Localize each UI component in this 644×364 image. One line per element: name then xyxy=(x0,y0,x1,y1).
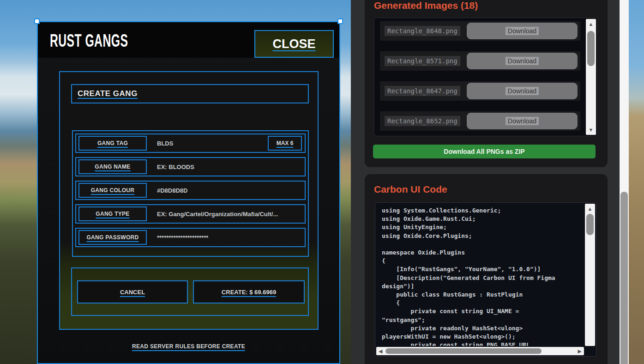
download-all-zip-label: Download All PNGs as ZIP xyxy=(444,148,524,155)
cancel-button[interactable]: CANCEL xyxy=(77,280,188,303)
download-button-label: Download xyxy=(506,87,539,95)
gang-name-value: EX: BLOODS xyxy=(157,164,194,170)
server-rules-note[interactable]: READ SERVER RULES BEFORE CREATE xyxy=(38,342,339,350)
code-vertical-scrollbar[interactable]: ▲ xyxy=(585,204,595,346)
download-button[interactable]: Download xyxy=(467,53,578,69)
rust-gangs-modal: RUST GANGS CLOSE CREATE GANG GANG TAG BL… xyxy=(37,21,340,364)
generated-images-card: Generated Images (18) Rectangle_8648.png… xyxy=(365,0,608,167)
image-filename: Rectangle_8647.png xyxy=(385,86,460,96)
download-button-label: Download xyxy=(506,57,539,65)
image-row: Rectangle_8648.png Download xyxy=(380,21,580,41)
scroll-right-icon[interactable]: ▶ xyxy=(578,347,582,355)
scroll-left-icon[interactable]: ◀ xyxy=(379,347,382,355)
create-gang-panel: CREATE GANG GANG TAG BLDS MAX 6 GANG NAM… xyxy=(59,71,319,330)
scrollbar-thumb[interactable] xyxy=(587,31,595,66)
scroll-up-icon[interactable]: ▲ xyxy=(586,21,596,27)
max-length-badge: MAX 6 xyxy=(268,136,302,151)
gang-type-label: GANG TYPE xyxy=(96,211,129,217)
gang-type-value: EX: Gang/Cartel/Organization/Mafia/Cult/… xyxy=(157,211,278,218)
image-list: Rectangle_8648.png Download Rectangle_85… xyxy=(374,18,597,136)
modal-header: RUST GANGS CLOSE xyxy=(38,22,339,58)
page-scrollbar[interactable] xyxy=(620,0,629,364)
gang-type-label-box: GANG TYPE xyxy=(78,206,147,221)
server-rules-note-label: READ SERVER RULES BEFORE CREATE xyxy=(132,343,245,350)
gang-password-label-box: GANG PASSWORD xyxy=(78,230,147,245)
gang-tag-field[interactable]: GANG TAG BLDS MAX 6 xyxy=(75,133,306,153)
modal-title: RUST GANGS xyxy=(50,30,128,51)
carbon-ui-code-heading: Carbon UI Code xyxy=(374,184,447,195)
close-button-label: CLOSE xyxy=(272,37,315,51)
gang-colour-label: GANG COLOUR xyxy=(91,187,135,194)
app-panel: Generated Images (18) Rectangle_8648.png… xyxy=(351,0,620,364)
gang-password-field[interactable]: GANG PASSWORD ********************** xyxy=(75,228,306,247)
download-button-label: Download xyxy=(506,27,539,35)
panel-title-box: CREATE GANG xyxy=(71,84,309,103)
page: RUST GANGS CLOSE CREATE GANG GANG TAG BL… xyxy=(0,0,644,364)
dialog-buttons-group: CANCEL CREATE: $ 69.6969 xyxy=(71,267,309,316)
download-all-zip-button[interactable]: Download All PNGs as ZIP xyxy=(373,145,596,158)
image-row: Rectangle_8571.png Download xyxy=(380,51,580,71)
code-content[interactable]: using System.Collections.Generic; using … xyxy=(382,206,582,346)
image-filename: Rectangle_8652.png xyxy=(385,116,460,126)
download-button[interactable]: Download xyxy=(467,113,578,129)
code-horizontal-scrollbar[interactable]: ◀ ▶ xyxy=(376,347,584,355)
download-button-label: Download xyxy=(506,117,539,125)
gang-password-label: GANG PASSWORD xyxy=(86,234,138,241)
gang-tag-label-box: GANG TAG xyxy=(78,136,147,151)
gang-colour-label-box: GANG COLOUR xyxy=(78,183,147,198)
panel-title: CREATE GANG xyxy=(78,89,138,98)
max-length-label: MAX 6 xyxy=(277,140,294,146)
game-background-right xyxy=(629,0,644,364)
gang-name-field[interactable]: GANG NAME EX: BLOODS xyxy=(75,157,306,176)
scroll-up-icon[interactable]: ▲ xyxy=(585,206,595,212)
gang-colour-value: #D8D8D8D xyxy=(157,187,187,194)
image-list-scrollbar[interactable]: ▲ ▼ xyxy=(586,19,596,135)
gang-tag-value: BLDS xyxy=(157,140,173,147)
selection-handle-top-right[interactable] xyxy=(337,18,343,24)
fields-group: GANG TAG BLDS MAX 6 GANG NAME EX: BLOODS… xyxy=(72,130,309,257)
gang-password-value: ********************** xyxy=(157,234,208,241)
scroll-down-icon[interactable]: ▼ xyxy=(586,127,596,133)
gang-colour-field[interactable]: GANG COLOUR #D8D8D8D xyxy=(75,181,306,200)
image-filename: Rectangle_8648.png xyxy=(385,26,460,36)
scrollbar-thumb[interactable] xyxy=(586,214,594,235)
gang-name-label: GANG NAME xyxy=(95,164,130,170)
gang-tag-label: GANG TAG xyxy=(97,140,128,146)
generated-images-heading: Generated Images (18) xyxy=(374,0,478,11)
image-row: Rectangle_8652.png Download xyxy=(380,111,580,131)
gang-type-field[interactable]: GANG TYPE EX: Gang/Cartel/Organization/M… xyxy=(75,204,306,224)
download-button[interactable]: Download xyxy=(467,23,578,39)
cancel-button-label: CANCEL xyxy=(120,289,145,296)
create-button[interactable]: CREATE: $ 69.6969 xyxy=(193,280,305,303)
scrollbar-thumb[interactable] xyxy=(385,348,542,354)
create-button-label: CREATE: $ 69.6969 xyxy=(222,289,276,296)
gang-name-label-box: GANG NAME xyxy=(78,159,147,174)
code-viewer: using System.Collections.Generic; using … xyxy=(375,202,596,357)
page-scrollbar-thumb[interactable] xyxy=(620,192,628,364)
image-filename: Rectangle_8571.png xyxy=(385,56,460,66)
image-row: Rectangle_8647.png Download xyxy=(380,81,580,101)
close-button[interactable]: CLOSE xyxy=(254,30,334,58)
download-button[interactable]: Download xyxy=(467,83,578,99)
carbon-ui-code-card: Carbon UI Code using System.Collections.… xyxy=(365,174,608,364)
selection-handle-top-left[interactable] xyxy=(34,18,40,24)
